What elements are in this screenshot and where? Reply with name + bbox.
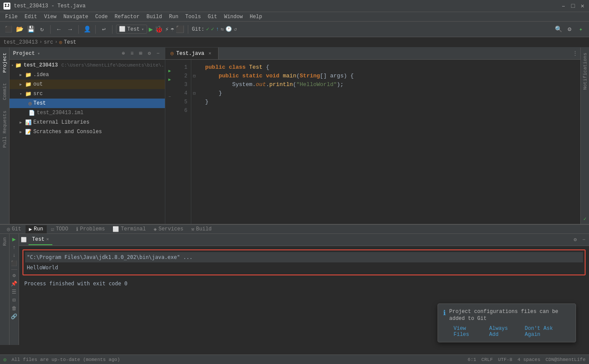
toolbar-forward-btn[interactable]: →: [65, 25, 75, 34]
tree-idea[interactable]: ▶ 📁 .idea: [10, 70, 165, 80]
tab-terminal[interactable]: ⬜ Terminal: [109, 225, 149, 233]
menu-navigate[interactable]: Navigate: [60, 13, 92, 21]
run-sidebar-label[interactable]: Run: [2, 236, 7, 248]
menu-file[interactable]: File: [2, 13, 21, 21]
profile-run-button[interactable]: ⚡: [165, 26, 168, 33]
tab-git[interactable]: ◎ Git: [3, 225, 25, 233]
pull-requests-tab[interactable]: Pull Requests: [0, 105, 9, 153]
minimize-button[interactable]: –: [560, 3, 566, 9]
menu-edit[interactable]: Edit: [21, 13, 41, 21]
toolbar-save-btn[interactable]: 💾: [26, 25, 35, 34]
debug-button[interactable]: 🐞: [154, 25, 163, 34]
close-button[interactable]: ✕: [579, 3, 586, 9]
hide-panel-btn[interactable]: −: [154, 50, 161, 57]
menu-git[interactable]: Git: [204, 13, 221, 21]
tree-ext-libs[interactable]: ▶ 📊 External Libraries: [10, 118, 165, 127]
services-tab-label: Services: [158, 226, 183, 232]
toolbar-back-btn[interactable]: ←: [54, 25, 64, 34]
line-num-1: 1: [174, 63, 187, 72]
terminal-tab-label: Terminal: [121, 226, 146, 232]
menu-run[interactable]: Run: [165, 13, 182, 21]
rerun-up-btn[interactable]: ↑: [13, 245, 16, 251]
git-rollback-icon[interactable]: ↺: [234, 26, 237, 32]
project-panel-tab[interactable]: Project: [0, 48, 9, 78]
separator-2: [78, 25, 79, 34]
settings-run-btn[interactable]: ⚙: [13, 272, 16, 279]
cursor-position[interactable]: 6:1: [468, 357, 476, 362]
run-again-btn[interactable]: ▶: [12, 236, 16, 243]
run-settings-btn[interactable]: ⚙: [572, 236, 579, 243]
intellij-icon[interactable]: ✦: [576, 25, 586, 34]
maximize-button[interactable]: □: [570, 3, 576, 9]
collapse-all-btn[interactable]: ≡: [129, 50, 135, 57]
toolbar-open-btn[interactable]: 📂: [15, 25, 24, 34]
tab-services[interactable]: ◈ Services: [150, 225, 187, 233]
locate-file-btn[interactable]: ⊕: [120, 50, 127, 57]
git-fetch-icon[interactable]: ⇆: [221, 26, 224, 32]
coverage-button[interactable]: ☂: [171, 26, 174, 33]
run-tab-close[interactable]: ×: [46, 237, 49, 242]
menu-tools[interactable]: Tools: [182, 13, 204, 21]
run-close-btn[interactable]: −: [580, 236, 587, 243]
run-line-2[interactable]: ▶: [167, 75, 173, 84]
tab-close-btn[interactable]: ×: [207, 51, 213, 57]
tab-test-java[interactable]: ◎ Test.java ×: [165, 48, 219, 59]
menu-view[interactable]: View: [41, 13, 60, 21]
status-bar: ◎ All files are up-to-date (moments ago)…: [0, 354, 589, 364]
menu-code[interactable]: Code: [92, 13, 111, 21]
run-line-1[interactable]: ▶: [167, 67, 173, 75]
fold-open-2[interactable]: ⊟: [191, 72, 197, 80]
tab-build[interactable]: ⚒ Build: [188, 225, 215, 233]
search-everywhere-btn[interactable]: 🔍: [554, 25, 563, 34]
run-left-sidebar: Run: [0, 234, 10, 345]
menu-refactor[interactable]: Refactor: [111, 13, 143, 21]
fold-line-4[interactable]: −: [167, 93, 173, 101]
settings-tree-btn[interactable]: ⚙: [146, 50, 153, 57]
notifications-label[interactable]: Notifications: [583, 49, 588, 93]
soft-wrap-btn[interactable]: ⊡: [13, 297, 16, 303]
tree-src[interactable]: ▾ 📁 src: [10, 89, 165, 99]
tree-root-path: C:\Users\ShmentLife\Documents\bite\...: [61, 63, 165, 68]
rerun-down-btn[interactable]: ↓: [13, 252, 16, 259]
run-config-selector[interactable]: ⬜ Test ▾: [116, 25, 147, 34]
expand-btn[interactable]: ⊞: [137, 50, 144, 57]
toolbar-sync-btn[interactable]: ↻: [37, 25, 47, 34]
settings-btn[interactable]: ⚙: [565, 25, 574, 34]
stop-button[interactable]: ⬛: [176, 25, 184, 34]
breadcrumb-sep-1: ›: [39, 40, 42, 45]
menu-help[interactable]: Help: [246, 13, 266, 21]
pin-tab-btn[interactable]: 📌: [11, 281, 17, 287]
git-push-icon[interactable]: ↑: [216, 26, 219, 32]
commit-panel-tab[interactable]: Commit: [0, 78, 9, 105]
tab-problems[interactable]: ℹ Problems: [73, 225, 109, 233]
breadcrumb-src[interactable]: src: [44, 39, 53, 45]
tree-test-java[interactable]: ◎ Test: [10, 99, 165, 108]
git-history-icon[interactable]: 🕐: [225, 26, 232, 32]
run-test-tab[interactable]: Test ×: [29, 235, 52, 245]
menu-window[interactable]: Window: [221, 13, 246, 21]
breadcrumb-project[interactable]: test_230413: [3, 39, 38, 45]
link-btn[interactable]: 🔗: [11, 313, 17, 320]
dont-ask-link[interactable]: Don't Ask Again: [525, 326, 570, 338]
tree-root[interactable]: ▾ 📁 test_230413 C:\Users\ShmentLife\Docu…: [10, 61, 165, 70]
run-button[interactable]: ▶: [149, 25, 153, 34]
view-files-link[interactable]: View Files: [454, 326, 484, 338]
tree-iml[interactable]: 📄 test_230413.iml: [10, 108, 165, 118]
menu-build[interactable]: Build: [143, 13, 165, 21]
trash-btn[interactable]: 🗑: [12, 305, 17, 312]
fold-close-4[interactable]: ⊟: [191, 89, 197, 98]
editor-settings-btn[interactable]: ⋮: [572, 50, 579, 57]
toolbar-undo-btn[interactable]: ↩: [99, 25, 109, 34]
tab-todo[interactable]: ☑ TODO: [48, 225, 72, 233]
layout-btn[interactable]: ☰: [12, 289, 16, 295]
tree-out[interactable]: ▶ 📁 out: [10, 80, 165, 89]
tree-scratches[interactable]: ▶ 📝 Scratches and Consoles: [10, 127, 165, 137]
tab-run[interactable]: ▶ Run: [26, 225, 47, 233]
toolbar-profile-btn[interactable]: 👤: [82, 25, 92, 34]
stop-run-btn[interactable]: ⬛: [11, 260, 17, 267]
breadcrumb-file[interactable]: Test: [64, 39, 76, 45]
always-add-link[interactable]: Always Add: [489, 326, 519, 338]
scratches-icon: 📝: [25, 129, 32, 135]
toolbar-new-btn[interactable]: ⬛: [3, 25, 13, 34]
code-content[interactable]: public class Test { public static void m…: [198, 60, 580, 224]
